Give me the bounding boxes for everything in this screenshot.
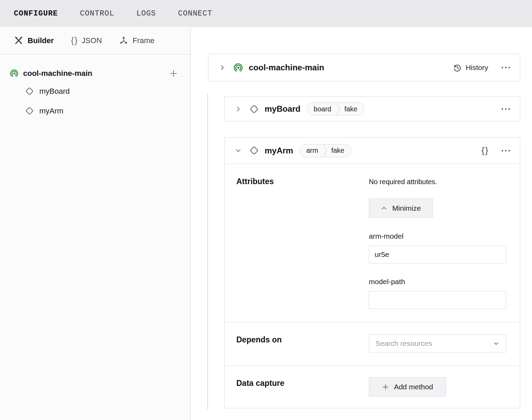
board-card-title: myBoard	[265, 104, 301, 114]
add-method-button[interactable]: Add method	[369, 377, 446, 397]
model-path-label: model-path	[369, 278, 506, 286]
chevron-down-icon	[493, 340, 500, 347]
mode-json[interactable]: { } JSON	[71, 36, 102, 46]
board-card: myBoard board fake	[224, 97, 520, 121]
history-label: History	[466, 63, 488, 72]
tree-item-myarm[interactable]: myArm	[0, 101, 190, 121]
braces-icon: { }	[71, 36, 78, 46]
plus-icon	[382, 383, 389, 391]
history-button[interactable]: History	[453, 63, 488, 72]
attributes-section: Attributes No required attributes. Minim…	[225, 164, 520, 322]
arm-card-title: myArm	[265, 146, 293, 156]
configure-page: CONFIGURE CONTROL LOGS CONNECT Builder {…	[0, 0, 532, 420]
arm-card-header: myArm arm fake { }	[225, 138, 520, 164]
tree-item-myboard[interactable]: myBoard	[0, 81, 190, 101]
chevron-right-icon[interactable]	[235, 106, 242, 112]
overflow-menu-icon[interactable]	[501, 107, 511, 111]
view-mode-toolbar: Builder { } JSON Frame	[0, 27, 190, 54]
arm-model-label: arm-model	[369, 232, 506, 240]
mode-frame[interactable]: Frame	[119, 36, 155, 45]
machine-card-title: cool-machine-main	[249, 63, 324, 72]
data-capture-content: Add method	[369, 366, 506, 397]
tree-item-label: myArm	[39, 107, 63, 116]
chevron-up-icon	[381, 205, 387, 211]
depends-on-content: Search resources	[369, 322, 506, 352]
component-diamond-icon	[25, 87, 34, 96]
tag-model: fake	[327, 147, 351, 154]
component-diamond-icon	[249, 104, 259, 114]
mode-builder-label: Builder	[28, 36, 54, 45]
depends-on-heading: Depends on	[236, 335, 282, 344]
axes-icon	[119, 36, 128, 45]
attributes-content: No required attributes. Minimize arm-mod…	[369, 164, 506, 309]
tag-divider-chevron	[323, 144, 327, 157]
arm-card: myArm arm fake { } Attributes No require…	[224, 137, 520, 408]
tree-item-label: myBoard	[39, 87, 70, 96]
tab-logs[interactable]: LOGS	[136, 9, 156, 18]
tag-type: arm	[300, 147, 323, 154]
mode-frame-label: Frame	[132, 36, 155, 45]
overflow-menu-icon[interactable]	[501, 149, 511, 152]
machine-card: cool-machine-main History	[208, 54, 520, 81]
depends-on-dropdown[interactable]: Search resources	[369, 334, 506, 352]
no-required-attributes-text: No required attributes.	[369, 178, 506, 186]
component-diamond-icon	[25, 106, 34, 116]
mode-json-label: JSON	[82, 36, 102, 45]
model-path-input[interactable]	[369, 291, 506, 309]
tools-icon	[14, 36, 23, 46]
data-capture-heading: Data capture	[236, 379, 284, 388]
machine-part-icon	[233, 63, 243, 73]
attributes-heading: Attributes	[236, 177, 274, 186]
data-capture-section: Data capture Add method	[225, 366, 520, 408]
tab-control[interactable]: CONTROL	[80, 9, 114, 18]
machine-part-icon	[10, 69, 19, 78]
add-resource-icon[interactable]	[169, 69, 178, 78]
add-method-label: Add method	[394, 383, 433, 391]
chevron-right-icon[interactable]	[219, 64, 226, 71]
tag-type: board	[307, 105, 336, 113]
sidebar: Builder { } JSON Frame	[0, 27, 191, 420]
tag-divider-chevron	[336, 103, 341, 115]
chevron-down-icon[interactable]	[235, 147, 242, 154]
history-icon	[453, 63, 462, 72]
arm-type-model-tag: arm fake	[299, 144, 351, 157]
tab-configure[interactable]: CONFIGURE	[14, 9, 58, 18]
arm-model-input[interactable]	[369, 246, 506, 263]
minimize-button[interactable]: Minimize	[369, 199, 433, 218]
overflow-menu-icon[interactable]	[501, 66, 511, 69]
top-nav: CONFIGURE CONTROL LOGS CONNECT	[0, 0, 532, 27]
tab-connect[interactable]: CONNECT	[178, 9, 212, 18]
dropdown-placeholder: Search resources	[375, 339, 432, 348]
board-type-model-tag: board fake	[307, 102, 364, 116]
tag-model: fake	[341, 105, 364, 113]
tree-machine-row[interactable]: cool-machine-main	[0, 66, 190, 81]
minimize-label: Minimize	[392, 204, 421, 212]
mode-builder[interactable]: Builder	[14, 36, 54, 46]
component-diamond-icon	[249, 146, 259, 156]
tree-machine-name: cool-machine-main	[23, 69, 92, 78]
resource-tree: cool-machine-main myBoard myArm	[0, 54, 190, 121]
tree-connector-line	[207, 94, 208, 410]
depends-on-section: Depends on Search resources	[225, 322, 520, 366]
edit-json-icon[interactable]: { }	[481, 145, 488, 156]
